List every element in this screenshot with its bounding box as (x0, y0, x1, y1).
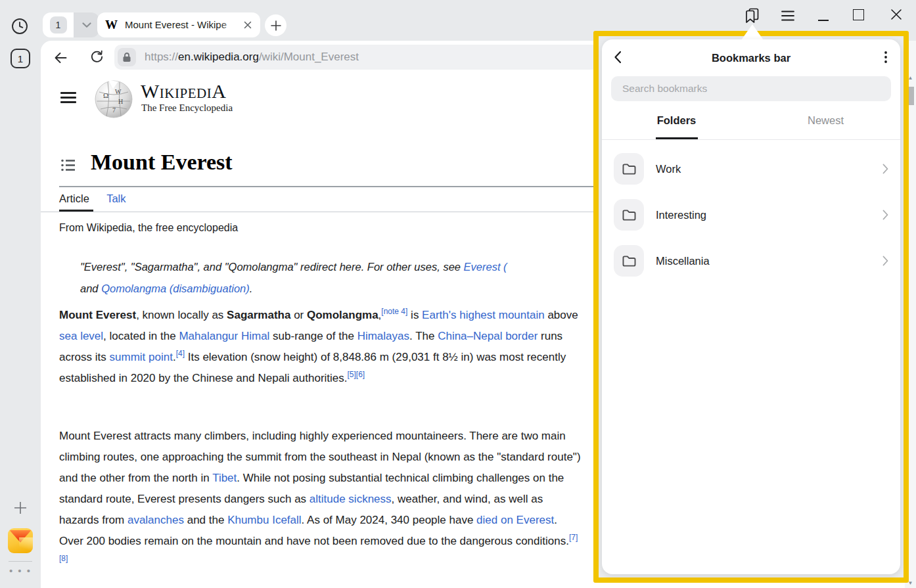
tab-group-count-wrap: 1 (43, 12, 74, 37)
tab-article[interactable]: Article (59, 192, 89, 204)
yandex-mail-icon[interactable] (8, 528, 33, 553)
tab-newest[interactable]: Newest (751, 101, 900, 139)
chevron-right-icon (882, 164, 888, 174)
text-run: is (407, 309, 422, 321)
folder-row-miscellania[interactable]: Miscellania (602, 238, 900, 284)
folder-label: Work (656, 163, 681, 175)
folder-icon (614, 153, 644, 185)
tab-talk[interactable]: Talk (106, 192, 126, 204)
wiki-link[interactable]: Everest ( (464, 261, 507, 273)
close-button[interactable] (890, 9, 902, 23)
text-run: Mount Everest (59, 309, 136, 321)
folder-row-interesting[interactable]: Interesting (602, 192, 900, 238)
wiki-link[interactable]: avalanches (127, 514, 184, 526)
chevron-right-icon (882, 256, 888, 266)
workspace-count-badge[interactable]: 1 (11, 49, 30, 68)
maximize-button[interactable] (853, 9, 864, 20)
svg-text:Ω: Ω (103, 91, 108, 99)
folder-list: Work Interesting (602, 140, 900, 284)
bookmarks-panel: Bookmarks bar Folders Newest Work (593, 31, 909, 583)
wikipedia-logo[interactable]: Ω W H 7 (93, 78, 135, 122)
toc-list-icon[interactable] (61, 159, 75, 174)
paragraph-2: Mount Everest attracts many climbers, in… (59, 426, 584, 573)
panel-back-icon[interactable] (614, 51, 622, 66)
text-run: and the (184, 514, 227, 526)
panel-tabs: Folders Newest (602, 101, 900, 140)
url-scheme: https:// (145, 51, 178, 63)
wiki-link[interactable]: Khumbu Icefall (227, 514, 301, 526)
minimize-button[interactable] (818, 20, 829, 21)
browser-menu-icon[interactable] (781, 11, 794, 24)
bookmark-search-input[interactable] (611, 76, 891, 101)
paragraph-1: Mount Everest, known locally as Sagarmat… (59, 305, 584, 389)
svg-text:W: W (115, 88, 122, 95)
text-run: Qomolangma (307, 309, 378, 321)
text-run: , located in the (103, 330, 179, 342)
folder-label: Interesting (656, 209, 706, 221)
wiki-link[interactable]: Tibet (212, 472, 237, 484)
panel-pointer-notch (741, 24, 764, 40)
bookmarks-panel-card: Bookmarks bar Folders Newest Work (602, 39, 900, 574)
url-path: /wiki/Mount_Everest (259, 51, 359, 63)
folder-icon (614, 199, 644, 231)
wikipedia-wordmark: WikipediA (141, 81, 226, 101)
sidebar-divider (9, 561, 32, 562)
browser-tab[interactable]: W Mount Everest - Wikipe (97, 12, 260, 37)
bookmark-search[interactable] (611, 76, 891, 101)
folder-row-work[interactable]: Work (602, 146, 900, 192)
wikipedia-tagline: The Free Encyclopedia (141, 102, 233, 114)
sidebar-more-icon[interactable]: • • • (0, 565, 41, 576)
text-run: . As of May 2024, 340 people have (302, 514, 477, 526)
wiki-link[interactable]: summit point (110, 351, 173, 363)
wiki-link[interactable]: Himalayas (357, 330, 409, 342)
wiki-hamburger-icon[interactable] (60, 92, 76, 103)
folder-icon (614, 245, 644, 277)
wiki-link[interactable]: Mahalangur Himal (179, 330, 269, 342)
chevron-right-icon (882, 210, 888, 220)
svg-text:H: H (118, 98, 123, 105)
wiki-link[interactable]: China–Nepal border (438, 330, 538, 342)
text-run: . (250, 283, 253, 294)
ref-link[interactable]: [4] (176, 349, 185, 358)
tab-title: Mount Everest - Wikipe (125, 12, 239, 37)
text-run: sub-range of the (269, 330, 357, 342)
wiki-link[interactable]: died on Everest (476, 514, 554, 526)
page-subtitle: From Wikipedia, the free encyclopedia (59, 222, 238, 234)
tab-folders[interactable]: Folders (602, 101, 751, 139)
browser-window: 1 • • • 1 W Mount Everest - Wikipe (0, 0, 916, 588)
panel-header: Bookmarks bar (602, 39, 900, 75)
text-run: . The (409, 330, 438, 342)
wiki-tabs: Article Talk (59, 192, 126, 205)
new-tab-button[interactable] (265, 14, 286, 36)
hatnote: "Everest", "Sagarmatha", and "Qomolangma… (80, 256, 599, 300)
text-run: and (80, 283, 101, 294)
reload-icon[interactable] (89, 49, 104, 67)
history-clock-icon[interactable] (11, 17, 29, 35)
url-text: https://en.wikipedia.org/wiki/Mount_Ever… (145, 51, 359, 64)
svg-text:7: 7 (112, 106, 116, 114)
panel-title: Bookmarks bar (602, 39, 900, 76)
text-run: Sagarmatha (227, 309, 290, 321)
url-host: en.wikipedia.org (178, 51, 259, 63)
tab-close-icon[interactable] (243, 20, 252, 30)
tab-group-count: 1 (50, 16, 67, 34)
tab-group-chip[interactable]: 1 (43, 12, 99, 37)
text-run: , known locally as (136, 309, 227, 321)
page-title: Mount Everest (91, 150, 233, 174)
text-run: "Everest", "Sagarmatha", and "Qomolangma… (80, 261, 464, 273)
chevron-down-icon[interactable] (74, 12, 99, 37)
sidebar-add-icon[interactable] (12, 499, 29, 516)
back-icon[interactable] (53, 50, 68, 68)
wiki-link[interactable]: sea level (59, 330, 103, 342)
lock-icon[interactable] (118, 48, 136, 66)
ref-link[interactable]: [5][6] (348, 370, 365, 379)
wiki-link[interactable]: Earth's highest mountain (422, 309, 545, 321)
text-run: or (290, 309, 307, 321)
ref-link[interactable]: [note 4] (381, 307, 407, 316)
wiki-link[interactable]: Qomolangma (disambiguation) (101, 283, 250, 294)
sidebar: 1 • • • (0, 0, 41, 588)
wiki-link[interactable]: altitude sickness (309, 493, 392, 505)
panel-kebab-icon[interactable] (884, 51, 887, 66)
folder-label: Miscellania (656, 255, 710, 267)
wikipedia-favicon: W (105, 18, 118, 32)
